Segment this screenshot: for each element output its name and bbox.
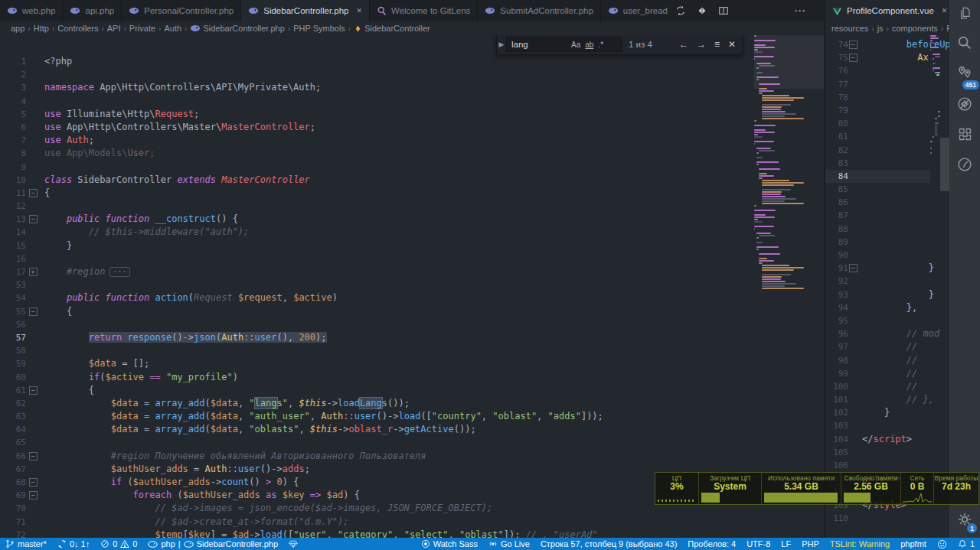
- status-watch-sass[interactable]: Watch Sass: [416, 538, 483, 550]
- code-line[interactable]: 78: [825, 91, 930, 104]
- code-line[interactable]: 4: [0, 95, 754, 108]
- code-line[interactable]: 94 },: [825, 301, 930, 314]
- activity-layout-icon[interactable]: [957, 126, 973, 145]
- code-line[interactable]: 61− {: [0, 384, 754, 397]
- code-line[interactable]: 7use Auth;: [0, 134, 754, 147]
- activity-search-icon[interactable]: [956, 34, 973, 54]
- breadcrumb-item[interactable]: Controllers: [57, 24, 98, 33]
- code-line[interactable]: 59 $data = [];: [0, 357, 754, 370]
- tab-submitadcontroller-php[interactable]: SubmitAdController.php: [478, 0, 600, 21]
- code-line[interactable]: 80: [825, 117, 930, 130]
- fold-icon[interactable]: −: [29, 189, 38, 197]
- scrollbar-slider[interactable]: [940, 138, 949, 191]
- code-line[interactable]: 92: [825, 275, 930, 288]
- status-tslint[interactable]: TSLint: Warning: [825, 538, 895, 550]
- code-line[interactable]: 15 }: [0, 239, 754, 252]
- code-line[interactable]: 65: [0, 436, 754, 449]
- find-next-icon[interactable]: →: [697, 39, 706, 50]
- breadcrumb-item[interactable]: app: [11, 24, 24, 33]
- tab-sidebarcontroller-php[interactable]: SidebarController.php✕: [241, 0, 370, 21]
- code-line[interactable]: 11−{: [0, 187, 754, 200]
- find-replace-toggle-icon[interactable]: ▶: [497, 35, 506, 54]
- code-line[interactable]: 12: [0, 200, 754, 213]
- code-line[interactable]: 101 // },: [825, 393, 930, 406]
- fold-icon[interactable]: −: [29, 386, 38, 395]
- breadcrumb-item[interactable]: API: [107, 24, 121, 33]
- code-line[interactable]: 82: [825, 144, 930, 157]
- code-line[interactable]: 83: [825, 157, 930, 170]
- toggle-changes-icon[interactable]: [675, 5, 686, 16]
- code-line[interactable]: 79: [825, 104, 930, 117]
- code-line[interactable]: 90: [825, 249, 930, 262]
- code-line[interactable]: 17+ #region···: [0, 265, 754, 278]
- code-line[interactable]: 103: [825, 419, 930, 432]
- code-line[interactable]: 1<?php: [0, 55, 754, 68]
- code-line[interactable]: 5use Illuminate\Http\Request;: [0, 108, 754, 121]
- gitlens-compare-icon[interactable]: [697, 6, 707, 15]
- code-line[interactable]: 86: [825, 196, 930, 209]
- editor-right[interactable]: 74− beforeUpdate() {75− Ax76777879808182…: [825, 35, 949, 538]
- code-line[interactable]: 99 //: [825, 367, 930, 380]
- status-git-sync[interactable]: 0↓ 1↑: [52, 538, 95, 550]
- code-line[interactable]: 88: [825, 223, 930, 236]
- tab-close-icon[interactable]: ✕: [356, 7, 362, 15]
- code-line[interactable]: 3namespace App\Http\Controllers\API\MyPr…: [0, 81, 754, 94]
- code-line[interactable]: 93 }: [825, 288, 930, 301]
- status-gem[interactable]: [283, 538, 303, 550]
- find-previous-icon[interactable]: ←: [679, 39, 688, 50]
- breadcrumb-item[interactable]: SidebarController.php: [190, 23, 284, 34]
- status-php-file[interactable]: php|SidebarController.php: [142, 538, 283, 550]
- status-feedback[interactable]: [932, 538, 952, 550]
- breadcrumb-item[interactable]: SidebarController: [354, 24, 430, 33]
- breadcrumb-item[interactable]: Auth: [164, 24, 181, 33]
- code-line[interactable]: 60 if($active == "my_profile"): [0, 371, 754, 384]
- fold-icon[interactable]: −: [29, 491, 38, 500]
- code-line[interactable]: 106: [825, 459, 930, 472]
- code-line[interactable]: 57 return response()->json(Auth::user(),…: [0, 331, 754, 344]
- code-area-2[interactable]: 74− beforeUpdate() {75− Ax76777879808182…: [825, 35, 930, 525]
- status-language-mode[interactable]: PHP: [796, 538, 825, 550]
- status-git-branch[interactable]: master*: [0, 538, 52, 550]
- code-line[interactable]: 63 $data = array_add($data, "auth_user",…: [0, 410, 754, 423]
- activity-debug-off-icon[interactable]: [956, 96, 973, 116]
- code-line[interactable]: 67 $authUser_adds = Auth::user()->adds;: [0, 463, 754, 476]
- activity-settings-icon[interactable]: 1: [957, 512, 972, 530]
- breadcrumb-item[interactable]: js: [877, 24, 884, 33]
- tab-profilecomponent-vue[interactable]: ProfileComponent.vue✕: [825, 0, 955, 21]
- code-line[interactable]: 69− foreach ($authUser_adds as $key => $…: [0, 489, 754, 502]
- code-line[interactable]: 98 //: [825, 354, 930, 367]
- status-problems[interactable]: 00: [95, 538, 142, 550]
- code-line[interactable]: 81: [825, 130, 930, 143]
- status-phpfmt[interactable]: phpfmt: [895, 538, 932, 550]
- code-line[interactable]: 58: [0, 344, 754, 357]
- tab-personalcontroller-php[interactable]: PersonalController.php: [122, 0, 241, 21]
- code-line[interactable]: 68− if ($authUser_adds->count() > 0) {: [0, 476, 754, 489]
- status-encoding[interactable]: UTF-8: [741, 538, 776, 550]
- status-go-live[interactable]: Go Live: [483, 538, 535, 550]
- code-line[interactable]: 97 //: [825, 340, 930, 353]
- breadcrumb-item[interactable]: PHP Symbols: [293, 24, 345, 33]
- breadcrumb-item[interactable]: Priv: [946, 24, 949, 33]
- code-line[interactable]: 53: [0, 278, 754, 291]
- code-line[interactable]: 56: [0, 318, 754, 331]
- status-indentation[interactable]: Пробелов: 4: [682, 538, 741, 550]
- code-line[interactable]: 10class SidebarController extends Master…: [0, 174, 754, 187]
- code-line[interactable]: 14 // $this->middleware("auth");: [0, 226, 754, 239]
- fold-icon[interactable]: −: [29, 478, 38, 487]
- code-line[interactable]: 55− {: [0, 305, 754, 318]
- code-line[interactable]: 76: [825, 64, 930, 77]
- code-line[interactable]: 100 //: [825, 380, 930, 393]
- code-line[interactable]: 13− public function __construct() {: [0, 213, 754, 226]
- code-line[interactable]: 62 $data = array_add($data, "langs", $th…: [0, 397, 754, 410]
- code-line[interactable]: 9: [0, 161, 754, 174]
- fold-icon[interactable]: −: [29, 308, 38, 316]
- regex-icon[interactable]: .*: [598, 41, 603, 49]
- code-line[interactable]: 70 // $ad->images = json_encode($ad->ima…: [0, 502, 754, 515]
- code-line[interactable]: 2: [0, 68, 754, 81]
- code-line[interactable]: 75− Ax: [825, 51, 930, 64]
- code-line[interactable]: 89: [825, 236, 930, 249]
- tab-web-php[interactable]: web.php: [0, 0, 63, 21]
- code-area[interactable]: 1<?php23namespace App\Http\Controllers\A…: [0, 35, 754, 538]
- breadcrumb-item[interactable]: Private: [129, 24, 155, 33]
- status-notifications[interactable]: 1: [952, 538, 980, 550]
